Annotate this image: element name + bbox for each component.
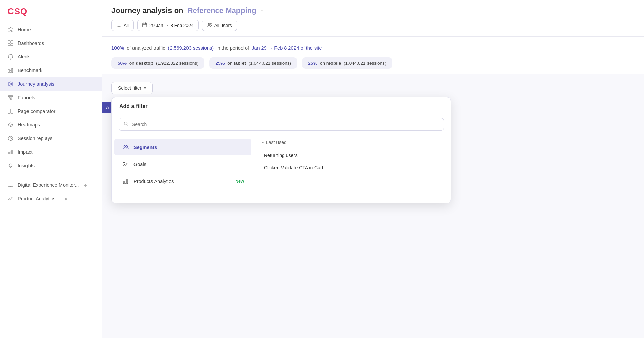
- diamond-badge: ◆: [64, 197, 67, 201]
- mobile-sessions: (1,044,021 sessions): [344, 61, 386, 66]
- sidebar-item-page-comparator[interactable]: Page comparator: [0, 104, 102, 118]
- filter-bar: All 29 Jan → 8 Feb 2024: [111, 20, 634, 31]
- svg-rect-31: [125, 180, 126, 184]
- svg-rect-6: [12, 68, 13, 73]
- svg-rect-11: [10, 99, 11, 100]
- desktop-sessions: (1,922,322 sessions): [156, 61, 198, 66]
- period-text: in the period of: [216, 45, 249, 51]
- filter-categories: Segments Goals: [112, 135, 254, 203]
- sidebar-item-label: Journey analysis: [18, 81, 54, 87]
- dropdown-header: Add a filter: [112, 97, 451, 114]
- sidebar-item-impact[interactable]: Impact: [0, 145, 102, 159]
- stats-area: 100% of analyzed traffic (2,569,203 sess…: [102, 37, 644, 74]
- last-used-label: Last used: [266, 140, 287, 145]
- option-label: Clicked Validate CTA in Cart: [264, 165, 323, 170]
- search-box: [119, 118, 444, 131]
- svg-rect-13: [11, 109, 13, 113]
- desktop-stat: 50% on desktop (1,922,322 sessions): [111, 57, 204, 69]
- on-label: on: [320, 61, 326, 66]
- svg-point-28: [126, 146, 128, 147]
- tablet-label: tablet: [234, 61, 246, 66]
- sidebar-item-journey-analysis[interactable]: Journey analysis: [0, 77, 102, 91]
- svg-point-25: [210, 23, 212, 25]
- filter-category-goals[interactable]: Goals: [114, 156, 251, 172]
- page-title-highlight: Reference Mapping: [187, 6, 256, 15]
- journey-icon: [7, 81, 14, 87]
- page-comparator-icon: [7, 108, 14, 114]
- svg-rect-29: [123, 162, 125, 163]
- svg-rect-0: [8, 41, 10, 43]
- page-title: Journey analysis on Reference Mapping ↑: [111, 6, 634, 15]
- on-label: on: [129, 61, 136, 66]
- users-filter-button[interactable]: All users: [202, 20, 237, 31]
- svg-point-24: [208, 23, 210, 24]
- svg-point-27: [124, 146, 126, 147]
- product-analytics-icon: [7, 196, 14, 202]
- svg-rect-2: [8, 44, 10, 46]
- filter-category-segments[interactable]: Segments: [114, 139, 251, 155]
- session-replays-icon: [7, 135, 14, 141]
- date-filter-label: 29 Jan → 8 Feb 2024: [149, 23, 194, 28]
- svg-point-15: [10, 124, 11, 125]
- filter-section: Select filter ▾ A Add a filter: [102, 74, 644, 102]
- filter-option-returning-users[interactable]: Returning users: [262, 149, 443, 162]
- sidebar-item-benchmark[interactable]: Benchmark: [0, 64, 102, 77]
- sessions-count: (2,569,203 sessions): [168, 45, 214, 51]
- device-stats: 50% on desktop (1,922,322 sessions) 25% …: [111, 57, 634, 69]
- insights-icon: [7, 163, 14, 169]
- funnels-icon: [7, 95, 14, 101]
- sidebar-item-label: Digital Experience Monitor...: [18, 182, 79, 188]
- search-input[interactable]: [132, 122, 439, 127]
- sidebar-item-session-replays[interactable]: Session replays: [0, 132, 102, 145]
- svg-rect-12: [8, 109, 10, 113]
- svg-rect-9: [8, 96, 13, 97]
- page-title-prefix: Journey analysis on: [111, 6, 183, 15]
- svg-rect-32: [127, 179, 128, 184]
- segments-icon: [122, 143, 129, 151]
- select-filter-button[interactable]: Select filter ▾: [111, 82, 153, 94]
- users-icon: [207, 22, 212, 28]
- svg-rect-22: [117, 23, 121, 26]
- mobile-pct: 25%: [308, 61, 317, 66]
- svg-rect-5: [10, 70, 11, 73]
- dropdown-title: Add a filter: [119, 103, 148, 109]
- filter-option-clicked-validate[interactable]: Clicked Validate CTA in Cart: [262, 162, 443, 174]
- impact-icon: [7, 149, 14, 155]
- sidebar-item-label: Product Analytics...: [18, 196, 59, 201]
- select-filter-label: Select filter: [118, 85, 141, 91]
- sidebar-item-heatmaps[interactable]: Heatmaps: [0, 118, 102, 132]
- svg-rect-17: [8, 152, 10, 154]
- dashboards-icon: [7, 40, 14, 46]
- all-filter-label: All: [124, 23, 129, 28]
- tablet-sessions: (1,044,021 sessions): [249, 61, 291, 66]
- date-filter-button[interactable]: 29 Jan → 8 Feb 2024: [137, 20, 199, 31]
- calendar-icon: [142, 22, 147, 28]
- digital-experience-icon: [7, 182, 14, 188]
- sidebar-item-insights[interactable]: Insights: [0, 159, 102, 172]
- goals-icon: [122, 160, 129, 168]
- search-icon: [124, 121, 128, 127]
- dropdown-body: Segments Goals: [112, 135, 451, 203]
- main-content: Journey analysis on Reference Mapping ↑ …: [102, 0, 644, 338]
- all-filter-button[interactable]: All: [111, 20, 134, 31]
- sidebar-item-dashboards[interactable]: Dashboards: [0, 36, 102, 50]
- sidebar-item-digital-experience[interactable]: Digital Experience Monitor... ◆: [0, 178, 102, 192]
- last-used-header: ▾ Last used: [262, 140, 443, 145]
- traffic-pct: 100%: [111, 45, 124, 51]
- filter-dropdown: Add a filter: [111, 97, 451, 203]
- home-icon: [7, 27, 14, 33]
- svg-point-7: [8, 82, 13, 86]
- top-bar: Journey analysis on Reference Mapping ↑ …: [102, 0, 644, 37]
- sidebar-item-label: Heatmaps: [18, 122, 40, 128]
- sidebar-item-home[interactable]: Home: [0, 23, 102, 36]
- sidebar-item-alerts[interactable]: Alerts: [0, 50, 102, 64]
- sidebar-item-label: Funnels: [18, 95, 35, 100]
- filter-category-products-analytics[interactable]: Products Analytics New: [114, 173, 251, 189]
- main-navigation: Home Dashboards Alerts: [0, 21, 102, 207]
- on-label: on: [227, 61, 234, 66]
- mobile-label: mobile: [326, 61, 341, 66]
- sidebar-item-product-analytics[interactable]: Product Analytics... ◆: [0, 192, 102, 205]
- svg-rect-19: [12, 150, 13, 154]
- sidebar-item-funnels[interactable]: Funnels: [0, 91, 102, 104]
- category-label: Segments: [133, 145, 157, 150]
